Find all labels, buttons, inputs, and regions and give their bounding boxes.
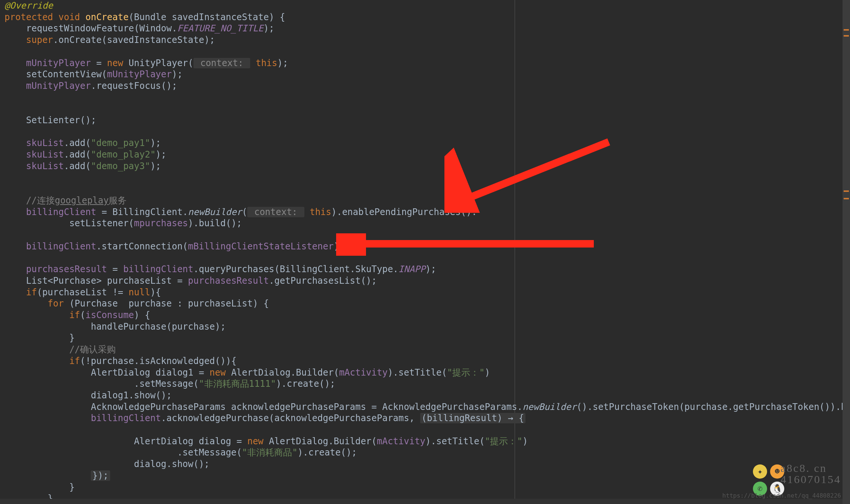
gutter-marker [844,29,849,31]
gutter-marker [844,198,849,199]
gutter-marker [844,190,849,192]
watermark-badge-icon: ✦ [753,464,767,479]
watermark-credit: https://blog.csdn.net/qq_44808226 [722,490,841,502]
annotation: @Override [4,0,53,11]
gutter-marker [844,35,849,37]
vertical-scrollbar[interactable] [843,0,850,504]
watermark-text: a8c8. cn 416070154 [781,463,841,485]
code-block[interactable]: @Override protected void onCreate(Bundle… [4,0,850,504]
horizontal-scrollbar[interactable] [0,499,843,504]
code-editor[interactable]: @Override protected void onCreate(Bundle… [0,0,850,504]
